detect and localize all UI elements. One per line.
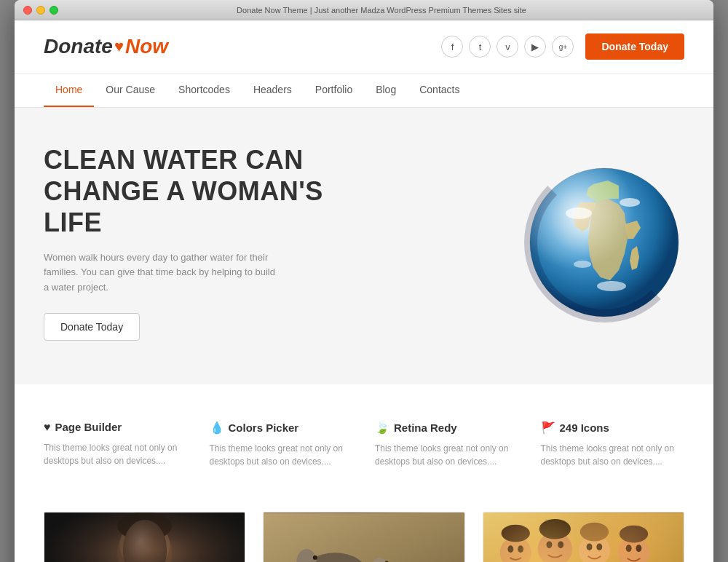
nav-link-contacts[interactable]: Contacts [408,74,471,107]
svg-point-14 [150,545,159,555]
svg-point-47 [579,523,608,542]
svg-point-12 [119,521,170,562]
card-image-animals [264,512,464,562]
svg-point-36 [499,537,531,562]
feature-title-colors-picker: 💧 Colors Picker [210,421,354,435]
card-image-family [483,512,684,562]
svg-point-41 [546,541,552,548]
card-animals: Donate For Animals Sed et varius est. Nu… [263,512,464,562]
browser-window: Donate Now Theme | Just another Madza Wo… [15,0,713,562]
hero-section: CLEAN WATER CANCHANGE A WOMAN'S LIFE Wom… [15,108,713,384]
site-logo[interactable]: Donate ♥ Now [44,35,168,58]
logo-donate-text: Donate [44,35,113,58]
svg-point-42 [558,541,563,548]
feature-title-page-builder: ♥ Page Builder [44,421,188,434]
googleplus-icon[interactable]: g+ [552,36,574,58]
svg-point-38 [518,545,523,553]
hero-donate-button[interactable]: Donate Today [44,313,140,341]
browser-body: Donate ♥ Now f t v ▶ [15,20,713,562]
feature-page-builder: ♥ Page Builder This theme looks great no… [44,421,188,468]
svg-point-51 [619,526,647,543]
hero-globe [524,162,684,322]
browser-url-bar: Donate Now Theme | Just another Madza Wo… [102,6,661,15]
feature-colors-picker: 💧 Colors Picker This theme looks great n… [210,421,354,468]
browser-titlebar: Donate Now Theme | Just another Madza Wo… [15,0,713,20]
feature-title-icons: 🚩 249 Icons [541,421,685,435]
svg-point-15 [133,547,136,550]
header-donate-button[interactable]: Donate Today [585,33,684,60]
svg-point-46 [596,543,602,550]
header-right: f t v ▶ g+ Donate Today [441,33,684,60]
youtube-icon[interactable]: ▶ [524,36,546,58]
svg-point-24 [313,555,317,560]
feature-title-retina: 🍃 Retina Redy [375,421,519,435]
logo-now-text: Now [125,35,168,58]
svg-point-49 [625,545,631,552]
svg-point-16 [151,547,154,550]
svg-point-50 [636,545,641,552]
feature-desc-colors-picker: This theme looks great not only on deskt… [210,442,354,468]
browser-dots [23,6,58,15]
flag-icon: 🚩 [541,421,555,435]
social-icons: f t v ▶ g+ [441,36,574,58]
cards-section: Donate For Children Sed et varius est. N… [15,504,713,562]
nav-list: Home Our Cause Shortcodes Headers Portfo… [44,74,684,107]
svg-point-18 [117,512,172,540]
svg-point-39 [501,525,529,542]
svg-point-37 [507,545,513,553]
nav-item-portfolio[interactable]: Portfolio [304,74,364,107]
card-image-children [44,512,245,562]
nav-item-contacts[interactable]: Contacts [408,74,471,107]
svg-rect-35 [483,513,684,562]
nav-link-our-cause[interactable]: Our Cause [94,74,167,107]
svg-point-45 [586,543,592,550]
svg-point-11 [117,521,172,562]
nav-item-our-cause[interactable]: Our Cause [94,74,167,107]
globe-svg [524,162,684,322]
close-button[interactable] [23,6,32,15]
heart-icon: ♥ [44,421,51,434]
card-children: Donate For Children Sed et varius est. N… [44,512,245,562]
leaf-icon: 🍃 [375,421,389,435]
nav-link-home[interactable]: Home [44,74,94,107]
svg-rect-19 [264,513,464,562]
maximize-button[interactable] [50,6,58,15]
svg-rect-9 [44,513,245,562]
feature-desc-page-builder: This theme looks great not only on deskt… [44,441,188,467]
hero-content: CLEAN WATER CANCHANGE A WOMAN'S LIFE Wom… [44,144,364,341]
drop-icon: 💧 [210,421,224,435]
svg-point-17 [141,558,149,562]
hero-title: CLEAN WATER CANCHANGE A WOMAN'S LIFE [44,144,364,239]
nav-link-blog[interactable]: Blog [364,74,408,107]
nav-item-home[interactable]: Home [44,74,94,107]
minimize-button[interactable] [36,6,45,15]
vimeo-icon[interactable]: v [496,36,518,58]
nav-item-headers[interactable]: Headers [242,74,304,107]
twitter-icon[interactable]: t [469,36,491,58]
nav-item-blog[interactable]: Blog [364,74,408,107]
nav-link-portfolio[interactable]: Portfolio [304,74,364,107]
svg-point-13 [131,545,140,555]
site-nav: Home Our Cause Shortcodes Headers Portfo… [15,74,713,108]
svg-point-40 [537,532,571,562]
nav-item-shortcodes[interactable]: Shortcodes [167,74,242,107]
site-header: Donate ♥ Now f t v ▶ [15,20,713,74]
svg-point-43 [539,519,570,539]
svg-rect-10 [44,513,245,562]
facebook-icon[interactable]: f [441,36,463,58]
logo-heart-icon: ♥ [114,37,124,56]
svg-point-44 [578,535,609,562]
feature-retina-ready: 🍃 Retina Redy This theme looks great not… [375,421,519,468]
feature-icons: 🚩 249 Icons This theme looks great not o… [541,421,685,468]
features-section: ♥ Page Builder This theme looks great no… [15,384,713,504]
feature-desc-retina: This theme looks great not only on deskt… [375,442,519,468]
feature-desc-icons: This theme looks great not only on deskt… [541,442,685,468]
card-family: Donate For Family Aliquam erat volutpat.… [483,512,684,562]
hero-description: Women walk hours every day to gather wat… [44,250,277,296]
nav-link-headers[interactable]: Headers [242,74,304,107]
nav-link-shortcodes[interactable]: Shortcodes [167,74,242,107]
svg-point-48 [618,537,649,562]
